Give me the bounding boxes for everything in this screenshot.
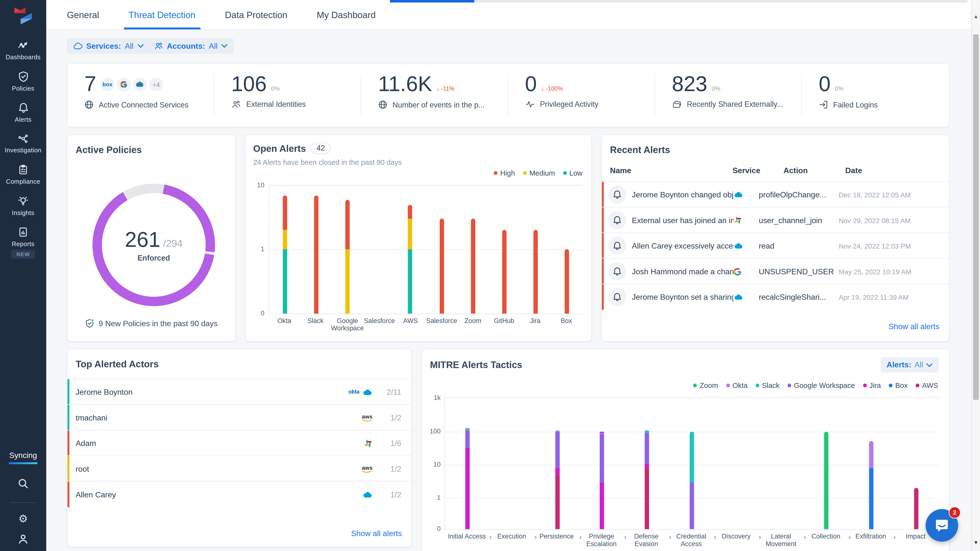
bar-credential-access[interactable] bbox=[669, 398, 714, 529]
tab-data-protection[interactable]: Data Protection bbox=[225, 0, 287, 29]
open-alerts-title: Open Alerts bbox=[253, 143, 306, 153]
legend-high[interactable]: High bbox=[494, 169, 515, 177]
sidebar-item-policies[interactable]: Policies bbox=[0, 71, 46, 92]
legend-low[interactable]: Low bbox=[563, 169, 582, 177]
sidebar-item-label: Insights bbox=[12, 210, 34, 216]
x-label-slack: Slack bbox=[300, 317, 331, 332]
sidebar-item-alerts[interactable]: Alerts bbox=[0, 102, 46, 123]
bar-initial-access[interactable] bbox=[445, 398, 490, 529]
top-actors-show-all-link[interactable]: Show all alerts bbox=[351, 529, 402, 538]
actor-row[interactable]: Adam1/6 bbox=[68, 430, 411, 456]
tactic-execution[interactable]: Execution› bbox=[489, 532, 534, 547]
bar-slack-1[interactable] bbox=[301, 186, 332, 314]
actor-row[interactable]: tmachaniaws1/2 bbox=[68, 404, 411, 430]
alert-bell bbox=[608, 237, 626, 255]
tab-general[interactable]: General bbox=[67, 0, 99, 29]
bar-salesforce-3[interactable] bbox=[363, 186, 395, 314]
kpi-failed-logins[interactable]: 00%Failed Logins bbox=[802, 64, 949, 127]
tactic-initial-access[interactable]: Initial Access› bbox=[444, 532, 489, 547]
bar-aws-4[interactable] bbox=[395, 186, 426, 314]
actor-ratio: 1/2 bbox=[384, 413, 401, 422]
tactic-exfiltration[interactable]: Exfiltration› bbox=[848, 532, 893, 547]
alert-action: read bbox=[759, 241, 839, 250]
alert-row[interactable]: External user has joined an in...user_ch… bbox=[602, 207, 949, 233]
tactic-lateral-movement[interactable]: Lateral Movement› bbox=[759, 532, 803, 547]
kpi-number-of-events-in-the-p[interactable]: 11.6K↓ -11%Number of events in the p... bbox=[361, 64, 508, 127]
alert-row[interactable]: Josh Hammond made a chan...UNSUSPEND_USE… bbox=[602, 258, 949, 284]
legend-jira[interactable]: Jira bbox=[863, 382, 881, 389]
sidebar-item-investigation[interactable]: Investigation bbox=[0, 134, 46, 154]
sidebar-item-reports[interactable]: Reports NEW bbox=[0, 227, 46, 259]
tab-my-dashboard[interactable]: My Dashboard bbox=[317, 0, 376, 29]
actor-row[interactable]: Jerome Boyntonokta2/11 bbox=[68, 379, 411, 405]
bar-privilege-escalation[interactable] bbox=[580, 398, 625, 529]
tactic-collection[interactable]: Collection› bbox=[803, 532, 848, 547]
kpi-external-identities[interactable]: 1060%External Identities bbox=[215, 64, 361, 127]
legend-slack[interactable]: Slack bbox=[756, 382, 780, 389]
bar-google-workspace-2[interactable] bbox=[332, 186, 363, 314]
tactic-defense-evasion[interactable]: Defense Evasion› bbox=[624, 532, 669, 547]
x-label-okta: Okta bbox=[269, 317, 300, 332]
services-filter[interactable]: Services: All bbox=[67, 38, 150, 54]
kpi-active-connected-services[interactable]: 7box+4Active Connected Services bbox=[68, 64, 215, 127]
scrollbar-thumb[interactable] bbox=[973, 34, 979, 400]
bar-github-7[interactable] bbox=[488, 186, 520, 314]
bar-exfiltration[interactable] bbox=[849, 398, 894, 529]
legend-box[interactable]: Box bbox=[889, 382, 908, 389]
sidebar-item-dashboards[interactable]: Dashboards bbox=[0, 41, 46, 61]
salesforce-icon bbox=[734, 191, 743, 198]
bar-salesforce-5[interactable] bbox=[426, 186, 457, 314]
segment-okta bbox=[465, 428, 470, 429]
actor-row[interactable]: rootaws1/2 bbox=[68, 456, 411, 482]
sidebar-item-insights[interactable]: Insights bbox=[0, 195, 46, 216]
search-button[interactable] bbox=[18, 478, 29, 492]
bar-execution[interactable] bbox=[490, 398, 535, 529]
segment-okta bbox=[600, 433, 605, 434]
scroll-down-arrow[interactable]: ▼ bbox=[972, 540, 980, 545]
bar-lateral-movement[interactable] bbox=[759, 398, 804, 529]
tactic-persistence[interactable]: Persistence› bbox=[534, 532, 579, 547]
profile-button[interactable] bbox=[18, 534, 29, 547]
accounts-filter[interactable]: Accounts: All bbox=[148, 38, 234, 54]
accounts-filter-value: All bbox=[209, 41, 217, 51]
scroll-up-arrow[interactable]: ▲ bbox=[972, 14, 980, 19]
tactic-discovery[interactable]: Discovery› bbox=[714, 532, 759, 547]
bar-discovery[interactable] bbox=[714, 398, 759, 529]
bar-zoom-6[interactable] bbox=[457, 186, 488, 314]
bell-icon bbox=[612, 267, 622, 276]
actor-services bbox=[364, 439, 373, 448]
legend-medium[interactable]: Medium bbox=[523, 169, 555, 177]
alert-row[interactable]: Jerome Boynton set a sharing...recalcSin… bbox=[602, 284, 949, 310]
legend-aws[interactable]: AWS bbox=[916, 382, 938, 389]
legend-zoom[interactable]: Zoom bbox=[694, 382, 718, 389]
tactic-credential-access[interactable]: Credential Access› bbox=[669, 532, 714, 547]
sidebar-divider bbox=[10, 502, 36, 503]
bar-okta-0[interactable] bbox=[269, 186, 301, 314]
kpi-privileged-activity[interactable]: 0↓ -100%Privileged Activity bbox=[508, 64, 655, 127]
tactic-privilege-escalation[interactable]: Privilege Escalation› bbox=[579, 532, 624, 547]
alert-row[interactable]: Allen Carey excessively acces...readNov … bbox=[602, 232, 949, 259]
bar-jira-8[interactable] bbox=[520, 186, 551, 314]
bar-box-9[interactable] bbox=[551, 186, 582, 314]
mitre-alerts-filter[interactable]: Alerts: All bbox=[880, 357, 939, 372]
legend-okta[interactable]: Okta bbox=[726, 382, 748, 389]
segment-low bbox=[408, 249, 412, 314]
recent-alerts-show-all-link[interactable]: Show all alerts bbox=[889, 322, 939, 331]
search-icon bbox=[18, 478, 29, 489]
bar-collection[interactable] bbox=[804, 398, 849, 529]
bar-defense-evasion[interactable] bbox=[625, 398, 669, 529]
alert-row[interactable]: Jerome Boynton changed obj...profileOlpC… bbox=[602, 181, 949, 207]
docontrol-logo[interactable] bbox=[11, 5, 35, 30]
legend-dot bbox=[523, 171, 527, 175]
tab-threat-detection[interactable]: Threat Detection bbox=[128, 0, 195, 29]
chat-launcher[interactable]: 2 bbox=[926, 509, 958, 542]
bar-persistence[interactable] bbox=[535, 398, 580, 529]
sidebar-item-compliance[interactable]: Compliance bbox=[0, 164, 46, 185]
bar-impact[interactable] bbox=[894, 398, 939, 529]
legend-label: Jira bbox=[869, 382, 881, 389]
legend-google-workspace[interactable]: Google Workspace bbox=[788, 382, 855, 389]
kpi-recently-shared-externally[interactable]: 8230%Recently Shared Externally... bbox=[655, 64, 802, 127]
vertical-scrollbar[interactable]: ▲ ▼ bbox=[971, 0, 980, 551]
actor-row[interactable]: Allen Carey1/2 bbox=[68, 481, 411, 507]
settings-button[interactable]: ⚙ bbox=[18, 513, 28, 525]
